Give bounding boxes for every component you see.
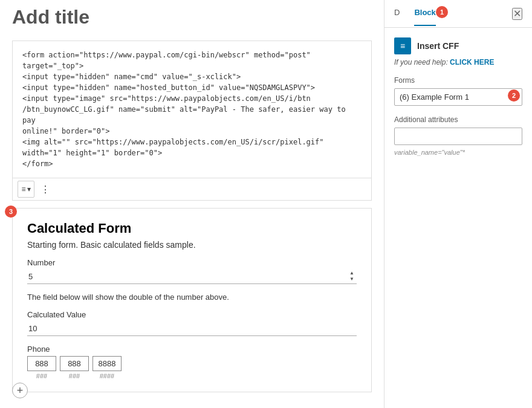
badge-2: 2 — [508, 89, 520, 102]
sidebar-tabs: D Block — [394, 8, 436, 19]
code-line-10: </form> — [22, 158, 362, 169]
code-line-6: /btn_buynowCC_LG.gif" name="submit" alt=… — [22, 104, 362, 126]
block-icon-symbol: ≡ — [21, 185, 25, 193]
tab-document[interactable]: D — [394, 8, 400, 19]
attributes-label: Additional attributes — [394, 115, 522, 124]
help-text: If you need help: CLICK HERE — [394, 58, 522, 66]
attributes-input[interactable] — [394, 128, 522, 145]
badge-3: 3 — [5, 206, 17, 218]
number-input-value: 5 — [27, 270, 347, 283]
forms-label: Forms — [394, 76, 522, 85]
close-sidebar-button[interactable]: ✕ — [512, 8, 522, 20]
code-line-8: <img alt="" src="https://www.paypalobjec… — [22, 137, 362, 147]
add-block-icon: + — [17, 384, 24, 397]
main-content: Add title <form action="https://www.payp… — [0, 0, 384, 408]
code-line-9: width="1" height="1" border="0"> — [22, 147, 362, 158]
attributes-hint: variable_name="value"* — [394, 149, 522, 156]
plugin-name: Insert CFF — [417, 41, 459, 51]
block-toolbar: ≡ ▾ ⋮ — [12, 178, 372, 201]
tab-block[interactable]: Block — [414, 8, 435, 19]
code-line-3: <input type="hidden" name="cmd" value="_… — [22, 71, 362, 82]
number-spinners: ▲ ▼ — [347, 270, 357, 283]
code-line-1: <form action="https://www.paypal.com/cgi… — [22, 50, 362, 60]
sidebar: D Block ✕ 1 ≡ Insert CFF If you need hel… — [384, 0, 532, 408]
code-line-2: target="_top"> — [22, 60, 362, 71]
calculated-value: 10 — [28, 324, 37, 333]
code-line-5: <input type="image" src="https://www.pay… — [22, 93, 362, 104]
code-line-7: online!" border="0"> — [22, 126, 362, 137]
phone-area-code: 888 ### — [27, 356, 56, 380]
phone-exchange: 888 ### — [60, 356, 89, 380]
plugin-icon-symbol: ≡ — [400, 41, 405, 51]
code-line-4: <input type="hidden" name="hosted_button… — [22, 82, 362, 93]
forms-select-wrapper: (6) Example Form 1 (5) Example Form 2 (4… — [394, 88, 522, 106]
help-link[interactable]: CLICK HERE — [450, 58, 494, 66]
more-options-button[interactable]: ⋮ — [37, 181, 54, 198]
phone-part-2[interactable]: 888 — [60, 356, 89, 371]
form-preview-title: Calculated Form — [27, 221, 357, 236]
phone-placeholder-1: ### — [36, 372, 47, 380]
spinner-down[interactable]: ▼ — [347, 276, 357, 282]
form-preview-description: Starting form. Basic calculated fields s… — [27, 240, 357, 250]
form-preview: Calculated Form Starting form. Basic cal… — [12, 208, 372, 392]
phone-group: 888 ### 888 ### 8888 #### — [27, 356, 357, 380]
block-dropdown-arrow: ▾ — [27, 185, 31, 193]
add-block-button[interactable]: + — [12, 383, 28, 398]
info-text: The field below will show the double of … — [27, 293, 357, 302]
plugin-header: ≡ Insert CFF — [394, 37, 522, 54]
spinner-up[interactable]: ▲ — [347, 270, 357, 276]
block-type-button[interactable]: ≡ ▾ — [18, 181, 34, 198]
plugin-icon: ≡ — [394, 37, 411, 54]
phone-placeholder-2: ### — [69, 372, 80, 380]
block-type-icon: ≡ ▾ — [21, 185, 30, 193]
badge-1: 1 — [436, 6, 448, 18]
number-field-label: Number — [27, 258, 357, 267]
calculated-value-label: Calculated Value — [27, 310, 357, 319]
page-title: Add title — [12, 6, 372, 28]
code-block: <form action="https://www.paypal.com/cgi… — [12, 40, 372, 178]
phone-part-1[interactable]: 888 — [27, 356, 56, 371]
phone-part-3[interactable]: 8888 — [92, 356, 122, 371]
sidebar-header: D Block ✕ 1 — [384, 0, 532, 28]
calculated-value-input: 10 — [27, 322, 357, 336]
phone-field-label: Phone — [27, 345, 357, 354]
phone-placeholder-3: #### — [100, 372, 114, 380]
forms-select[interactable]: (6) Example Form 1 (5) Example Form 2 (4… — [394, 88, 522, 106]
phone-number: 8888 #### — [92, 356, 122, 380]
number-input-wrapper: 5 ▲ ▼ — [27, 270, 357, 284]
